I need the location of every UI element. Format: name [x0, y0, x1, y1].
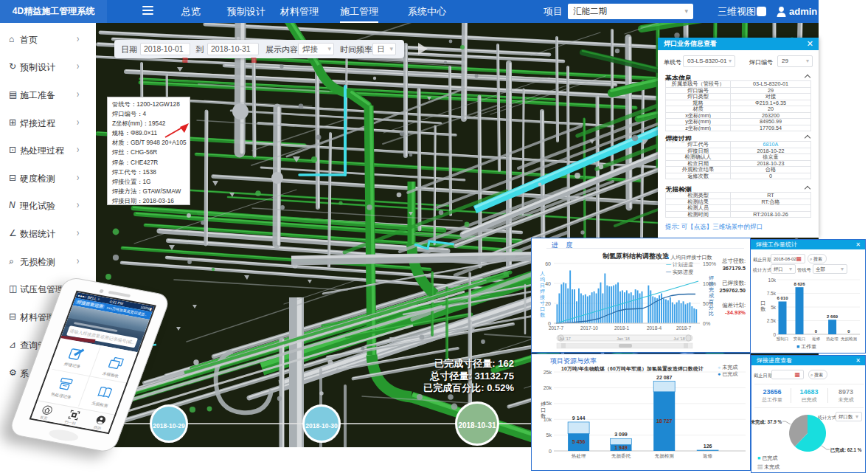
- svg-text:5k: 5k: [546, 432, 552, 438]
- svg-text:2 669: 2 669: [827, 314, 839, 319]
- svg-text:10k: 10k: [768, 277, 777, 283]
- svg-text:15k: 15k: [544, 401, 552, 406]
- svg-text:无损委托: 无损委托: [611, 453, 631, 459]
- svg-text:8 626: 8 626: [794, 282, 805, 286]
- svg-text:126: 126: [704, 444, 712, 449]
- svg-text:22 087: 22 087: [656, 375, 673, 380]
- svg-text:0: 0: [847, 329, 850, 334]
- svg-text:20k: 20k: [544, 385, 552, 390]
- svg-text:预制口: 预制口: [777, 337, 789, 342]
- svg-text:2017-10: 2017-10: [580, 325, 598, 331]
- svg-text:6 010: 6 010: [777, 296, 788, 300]
- svg-text:0: 0: [549, 449, 552, 454]
- svg-text:2.5k: 2.5k: [767, 318, 777, 323]
- svg-text:返修: 返修: [703, 453, 713, 458]
- svg-text:25k: 25k: [544, 370, 552, 375]
- svg-text:5 456: 5 456: [572, 439, 586, 444]
- svg-text:热处理: 热处理: [572, 453, 586, 459]
- svg-text:2018-1: 2018-1: [614, 325, 630, 331]
- svg-text:Jan '18: Jan '18: [617, 337, 630, 341]
- svg-text:0%: 0%: [703, 321, 710, 326]
- svg-text:热处理: 热处理: [826, 337, 839, 342]
- svg-text:返修: 返修: [812, 337, 821, 341]
- svg-text:18 727: 18 727: [656, 418, 673, 424]
- svg-text:9 144: 9 144: [572, 415, 586, 421]
- svg-text:7.5k: 7.5k: [767, 291, 777, 296]
- svg-text:无损检测: 无损检测: [841, 337, 858, 342]
- svg-text:安装口: 安装口: [794, 337, 806, 342]
- svg-text:60: 60: [545, 261, 551, 266]
- svg-text:150%: 150%: [703, 261, 716, 266]
- svg-text:5k: 5k: [771, 305, 777, 310]
- svg-text:10k: 10k: [544, 417, 552, 422]
- svg-text:1 949: 1 949: [614, 445, 628, 450]
- svg-text:未完成: 37.9 %: 未完成: 37.9 %: [751, 419, 782, 425]
- svg-text:已完成: 62.1 %: 已完成: 62.1 %: [830, 447, 862, 453]
- svg-text:2018-7: 2018-7: [676, 325, 692, 331]
- svg-text:无损检测: 无损检测: [655, 453, 675, 459]
- svg-text:3 099: 3 099: [614, 432, 628, 437]
- svg-text:0: 0: [815, 329, 818, 334]
- svg-text:Jul '17: Jul '17: [559, 337, 571, 341]
- svg-text:40: 40: [545, 281, 551, 286]
- svg-text:20: 20: [545, 301, 551, 306]
- svg-text:2018-4: 2018-4: [647, 325, 662, 331]
- svg-text:Jul '18: Jul '18: [673, 337, 685, 341]
- svg-text:2017-7: 2017-7: [549, 325, 564, 331]
